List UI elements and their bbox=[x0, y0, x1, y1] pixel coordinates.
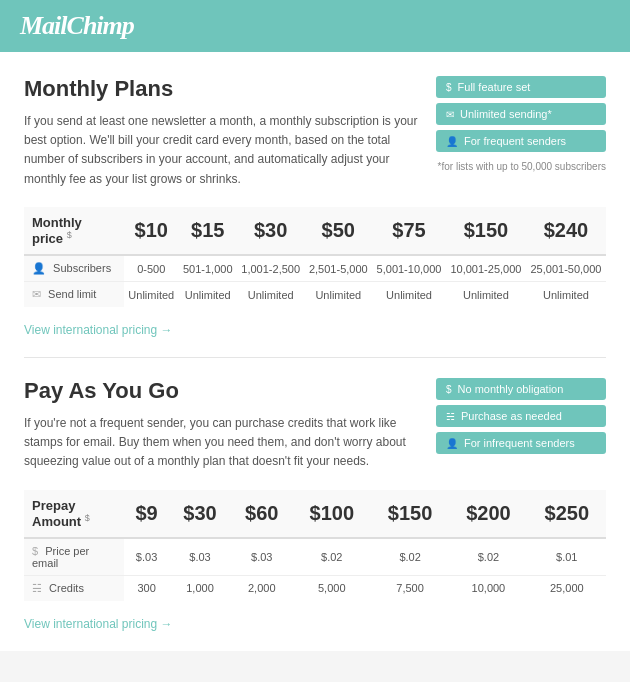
subscribers-row: 👤 Subscribers 0-500 501-1,000 1,001-2,50… bbox=[24, 255, 606, 282]
dollar-payg-icon: $ bbox=[446, 384, 452, 395]
monthly-price-label: Monthly price $ bbox=[24, 207, 124, 255]
mail-row-icon: ✉ bbox=[32, 288, 41, 300]
price-col-3: $30 bbox=[237, 207, 305, 255]
payg-feature-label-3: For infrequent senders bbox=[464, 437, 575, 449]
price-email-val-2: $.03 bbox=[169, 538, 231, 576]
section-divider bbox=[24, 357, 606, 358]
prepay-col-1: $9 bbox=[124, 490, 169, 538]
price-email-val-7: $.01 bbox=[528, 538, 606, 576]
payg-feature-infrequent: 👤 For infrequent senders bbox=[436, 432, 606, 454]
sub-val-7: 25,001-50,000 bbox=[526, 255, 606, 282]
monthly-section-left: Monthly Plans If you send at least one n… bbox=[24, 76, 436, 189]
feature-unlimited-sending: ✉ Unlimited sending* bbox=[436, 103, 606, 125]
credits-val-7: 25,000 bbox=[528, 575, 606, 601]
person-icon: 👤 bbox=[446, 136, 458, 147]
person-payg-icon: 👤 bbox=[446, 438, 458, 449]
send-val-2: Unlimited bbox=[179, 282, 237, 308]
send-val-4: Unlimited bbox=[305, 282, 373, 308]
price-per-email-label: $ Price per email bbox=[24, 538, 124, 576]
subscribers-label: 👤 Subscribers bbox=[24, 255, 124, 282]
credits-row: ☵ Credits 300 1,000 2,000 5,000 7,500 10… bbox=[24, 575, 606, 601]
prepay-amount-row: Prepay Amount $ $9 $30 $60 $100 $150 $20… bbox=[24, 490, 606, 538]
price-email-val-4: $.02 bbox=[293, 538, 371, 576]
send-limit-label: ✉ Send limit bbox=[24, 282, 124, 308]
price-col-6: $150 bbox=[446, 207, 526, 255]
prepay-col-6: $200 bbox=[449, 490, 527, 538]
sub-val-3: 1,001-2,500 bbox=[237, 255, 305, 282]
send-val-3: Unlimited bbox=[237, 282, 305, 308]
prepay-amount-label: Prepay Amount $ bbox=[24, 490, 124, 538]
credits-val-4: 5,000 bbox=[293, 575, 371, 601]
prepay-col-2: $30 bbox=[169, 490, 231, 538]
sub-val-6: 10,001-25,000 bbox=[446, 255, 526, 282]
payg-section-left: Pay As You Go If you're not a frequent s… bbox=[24, 378, 436, 472]
monthly-view-intl-link[interactable]: View international pricing → bbox=[24, 323, 173, 337]
payg-title: Pay As You Go bbox=[24, 378, 436, 404]
credits-val-2: 1,000 bbox=[169, 575, 231, 601]
send-limit-row: ✉ Send limit Unlimited Unlimited Unlimit… bbox=[24, 282, 606, 308]
monthly-price-row: Monthly price $ $10 $15 $30 $50 $75 $150… bbox=[24, 207, 606, 255]
price-email-val-1: $.03 bbox=[124, 538, 169, 576]
credits-row-icon: ☵ bbox=[32, 582, 42, 594]
feature-label-2: Unlimited sending* bbox=[460, 108, 552, 120]
monthly-title: Monthly Plans bbox=[24, 76, 436, 102]
price-email-val-6: $.02 bbox=[449, 538, 527, 576]
price-col-5: $75 bbox=[372, 207, 446, 255]
person-row-icon: 👤 bbox=[32, 262, 46, 274]
monthly-pricing-table: Monthly price $ $10 $15 $30 $50 $75 $150… bbox=[24, 207, 606, 307]
payg-description: If you're not a frequent sender, you can… bbox=[24, 414, 424, 472]
price-email-val-3: $.03 bbox=[231, 538, 293, 576]
credits-val-3: 2,000 bbox=[231, 575, 293, 601]
prepay-col-3: $60 bbox=[231, 490, 293, 538]
price-col-7: $240 bbox=[526, 207, 606, 255]
feature-label-1: Full feature set bbox=[458, 81, 531, 93]
payg-feature-label-1: No monthly obligation bbox=[458, 383, 564, 395]
prepay-col-4: $100 bbox=[293, 490, 371, 538]
payg-features: $ No monthly obligation ☵ Purchase as ne… bbox=[436, 378, 606, 454]
prepay-col-7: $250 bbox=[528, 490, 606, 538]
monthly-section-header: Monthly Plans If you send at least one n… bbox=[24, 76, 606, 189]
send-val-6: Unlimited bbox=[446, 282, 526, 308]
feature-full-feature-set: $ Full feature set bbox=[436, 76, 606, 98]
price-col-4: $50 bbox=[305, 207, 373, 255]
monthly-features: $ Full feature set ✉ Unlimited sending* … bbox=[436, 76, 606, 172]
price-col-1: $10 bbox=[124, 207, 179, 255]
feature-label-3: For frequent senders bbox=[464, 135, 566, 147]
price-per-email-row: $ Price per email $.03 $.03 $.03 $.02 $.… bbox=[24, 538, 606, 576]
credits-val-6: 10,000 bbox=[449, 575, 527, 601]
credits-val-1: 300 bbox=[124, 575, 169, 601]
prepay-dollar-super: $ bbox=[85, 513, 90, 523]
send-val-1: Unlimited bbox=[124, 282, 179, 308]
feature-frequent-senders: 👤 For frequent senders bbox=[436, 130, 606, 152]
dollar-super: $ bbox=[67, 230, 72, 240]
price-col-2: $15 bbox=[179, 207, 237, 255]
payg-feature-purchase: ☵ Purchase as needed bbox=[436, 405, 606, 427]
sub-val-4: 2,501-5,000 bbox=[305, 255, 373, 282]
monthly-footnote: *for lists with up to 50,000 subscribers bbox=[436, 161, 606, 172]
payg-section-header: Pay As You Go If you're not a frequent s… bbox=[24, 378, 606, 472]
prepay-pricing-table: Prepay Amount $ $9 $30 $60 $100 $150 $20… bbox=[24, 490, 606, 601]
sub-val-5: 5,001-10,000 bbox=[372, 255, 446, 282]
dollar-icon: $ bbox=[446, 82, 452, 93]
send-val-5: Unlimited bbox=[372, 282, 446, 308]
sub-val-2: 501-1,000 bbox=[179, 255, 237, 282]
list-icon: ☵ bbox=[446, 411, 455, 422]
mail-icon: ✉ bbox=[446, 109, 454, 120]
payg-feature-no-obligation: $ No monthly obligation bbox=[436, 378, 606, 400]
prepay-col-5: $150 bbox=[371, 490, 449, 538]
credits-label: ☵ Credits bbox=[24, 575, 124, 601]
site-header: MailChimp bbox=[0, 0, 630, 52]
sub-val-1: 0-500 bbox=[124, 255, 179, 282]
send-val-7: Unlimited bbox=[526, 282, 606, 308]
dollar-row-icon: $ bbox=[32, 545, 38, 557]
payg-feature-label-2: Purchase as needed bbox=[461, 410, 562, 422]
monthly-description: If you send at least one newsletter a mo… bbox=[24, 112, 424, 189]
price-email-val-5: $.02 bbox=[371, 538, 449, 576]
credits-val-5: 7,500 bbox=[371, 575, 449, 601]
logo: MailChimp bbox=[20, 11, 134, 41]
payg-view-intl-link[interactable]: View international pricing → bbox=[24, 617, 173, 631]
